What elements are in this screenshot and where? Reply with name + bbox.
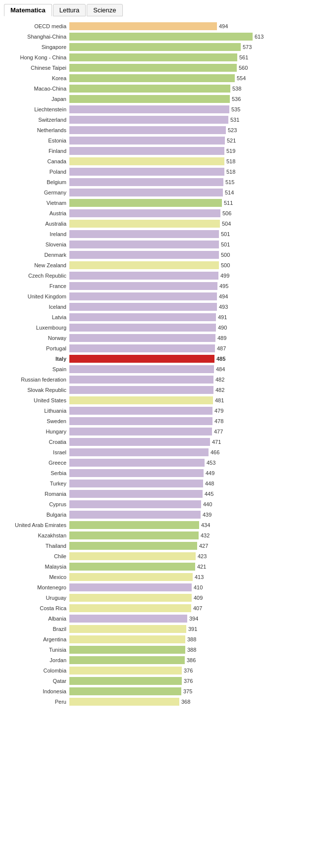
tab-matematica[interactable]: Matematica — [4, 4, 52, 16]
bar-wrap: 573 — [69, 43, 312, 51]
bar-row: Malaysia421 — [5, 562, 312, 572]
bar-row: Tunisia388 — [5, 645, 312, 655]
bar-wrap: 421 — [69, 563, 312, 571]
bar-label: Uruguay — [5, 595, 69, 601]
bar-row: Romania445 — [5, 489, 312, 499]
bar-value: 487 — [217, 345, 226, 351]
bar-value: 490 — [218, 325, 227, 331]
bar-row: Denmark500 — [5, 250, 312, 260]
bar-fill — [69, 625, 186, 633]
bar-wrap: 511 — [69, 199, 312, 207]
bar-fill — [69, 334, 215, 342]
bar-fill — [69, 230, 219, 238]
bar-value: 538 — [232, 86, 241, 92]
bar-label: Romania — [5, 491, 69, 497]
bar-value: 494 — [219, 23, 228, 29]
bar-label: Macao-China — [5, 86, 69, 92]
bar-wrap: 518 — [69, 168, 312, 176]
bar-fill — [69, 604, 191, 612]
bar-wrap: 481 — [69, 396, 312, 404]
bar-value: 514 — [225, 190, 234, 195]
bar-value: 511 — [224, 200, 233, 206]
bar-label: Netherlands — [5, 127, 69, 133]
bar-fill — [69, 521, 199, 529]
bar-fill — [69, 272, 218, 280]
bar-wrap: 423 — [69, 552, 312, 560]
bar-value: 535 — [231, 106, 240, 112]
bar-wrap: 535 — [69, 105, 312, 113]
bar-row: Ireland501 — [5, 229, 312, 239]
bar-fill — [69, 116, 228, 124]
bar-value: 519 — [226, 148, 235, 154]
bar-row: United States481 — [5, 395, 312, 405]
bar-label: Lithuania — [5, 408, 69, 414]
bar-wrap: 434 — [69, 521, 312, 529]
bar-row: Jordan386 — [5, 655, 312, 665]
bar-row: Mexico413 — [5, 572, 312, 582]
bar-label: Peru — [5, 699, 69, 705]
bar-value: 421 — [197, 564, 206, 570]
bar-value: 501 — [221, 231, 230, 237]
bar-row: Shanghai-China613 — [5, 32, 312, 42]
bar-label: Hong Kong - China — [5, 54, 69, 60]
bar-fill — [69, 531, 199, 539]
bar-value: 560 — [239, 65, 248, 71]
bar-row: New Zealand500 — [5, 260, 312, 270]
bar-row: Hong Kong - China561 — [5, 52, 312, 62]
bar-row: Colombia376 — [5, 666, 312, 675]
bar-row: Lithuania479 — [5, 406, 312, 416]
bar-wrap: 448 — [69, 480, 312, 487]
bar-wrap: 501 — [69, 230, 312, 238]
bar-value: 471 — [212, 439, 221, 445]
bar-label: Norway — [5, 335, 69, 341]
tab-lettura[interactable]: Lettura — [53, 4, 86, 16]
bar-wrap: 394 — [69, 615, 312, 623]
bar-fill — [69, 220, 220, 228]
bar-fill — [69, 635, 185, 643]
bar-row: Portugal487 — [5, 343, 312, 353]
tab-scienze[interactable]: Scienze — [87, 4, 122, 16]
bar-label: Austria — [5, 210, 69, 216]
bar-value: 495 — [219, 283, 228, 289]
bar-fill — [69, 407, 212, 415]
bar-wrap: 407 — [69, 604, 312, 612]
bar-value: 518 — [226, 169, 235, 175]
bar-row: Estonia521 — [5, 136, 312, 145]
bar-row: Kazakhstan432 — [5, 530, 312, 540]
bar-row: Switzerland531 — [5, 115, 312, 125]
bar-fill — [69, 573, 193, 581]
bar-value: 482 — [215, 377, 224, 383]
bar-row: Czech Republic499 — [5, 271, 312, 281]
bar-row: Brazil391 — [5, 624, 312, 634]
bar-label: Australia — [5, 221, 69, 227]
bar-label: Ireland — [5, 231, 69, 237]
bar-row: Austria506 — [5, 208, 312, 218]
bar-label: Czech Republic — [5, 273, 69, 279]
bar-value: 409 — [194, 595, 203, 601]
bar-wrap: 515 — [69, 178, 312, 186]
bar-fill — [69, 313, 216, 321]
bar-wrap: 432 — [69, 531, 312, 539]
bar-wrap: 466 — [69, 448, 312, 456]
bar-wrap: 536 — [69, 95, 312, 103]
bar-label: Brazil — [5, 626, 69, 632]
bar-fill — [69, 85, 230, 93]
bar-value: 445 — [205, 491, 213, 497]
bar-value: 449 — [206, 470, 214, 476]
bar-fill — [69, 417, 212, 425]
bar-wrap: 489 — [69, 334, 312, 342]
bar-wrap: 453 — [69, 459, 312, 467]
bar-label: Japan — [5, 96, 69, 102]
bar-label: Israel — [5, 449, 69, 455]
bar-wrap: 471 — [69, 438, 312, 446]
bar-row: Belgium515 — [5, 177, 312, 187]
bar-value: 432 — [201, 532, 210, 538]
bar-value: 376 — [184, 668, 193, 674]
bar-label: Luxembourg — [5, 325, 69, 331]
bar-fill — [69, 303, 217, 311]
bar-label: Russian federation — [5, 377, 69, 383]
bar-value: 489 — [217, 335, 226, 341]
bar-value: 515 — [225, 179, 234, 185]
bar-row: Chinese Taipei560 — [5, 63, 312, 73]
bar-fill — [69, 64, 237, 72]
